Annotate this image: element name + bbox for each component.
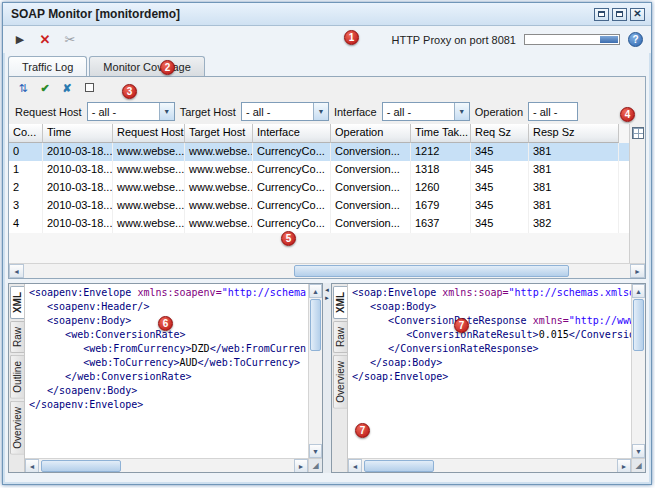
- table-row[interactable]: 02010-03-18...www.webse...www.webse...Cu…: [9, 143, 645, 161]
- table-cell[interactable]: 381: [529, 161, 619, 179]
- table-cell[interactable]: CurrencyCo...: [253, 143, 331, 161]
- column-header[interactable]: Request Host: [113, 124, 185, 143]
- table-cell[interactable]: Conversion...: [331, 161, 411, 179]
- table-cell[interactable]: 345: [471, 215, 529, 233]
- scroll-down-icon[interactable]: ▼: [632, 444, 645, 458]
- table-cell[interactable]: 2010-03-18...: [43, 179, 113, 197]
- table-cell[interactable]: 3: [9, 197, 43, 215]
- panel-tab-overview[interactable]: Overview: [333, 355, 347, 409]
- table-cell[interactable]: www.webse...: [113, 215, 185, 233]
- float-window-icon[interactable]: [594, 8, 609, 21]
- scroll-up-icon[interactable]: ▲: [309, 284, 322, 298]
- table-cell[interactable]: CurrencyCo...: [253, 179, 331, 197]
- chevron-down-icon[interactable]: ▼: [313, 103, 328, 120]
- column-header[interactable]: Time Tak...: [411, 124, 471, 143]
- table-cell[interactable]: CurrencyCo...: [253, 161, 331, 179]
- scroll-down-icon[interactable]: ▼: [309, 444, 322, 458]
- chevron-down-icon[interactable]: ▼: [159, 103, 174, 120]
- collapse-right-icon[interactable]: ►: [324, 295, 330, 301]
- panel-tab-xml[interactable]: XML: [333, 286, 347, 319]
- scissors-icon[interactable]: ✂: [61, 32, 79, 47]
- table-cell[interactable]: CurrencyCo...: [253, 197, 331, 215]
- column-chooser-icon[interactable]: [632, 127, 644, 139]
- table-cell[interactable]: www.webse...: [185, 197, 253, 215]
- table-cell[interactable]: 2010-03-18...: [43, 215, 113, 233]
- stop-capture-icon[interactable]: [81, 82, 97, 94]
- table-cell[interactable]: www.webse...: [185, 143, 253, 161]
- table-row[interactable]: 12010-03-18...www.webse...www.webse...Cu…: [9, 161, 645, 179]
- table-cell[interactable]: 2: [9, 179, 43, 197]
- select-content-icon[interactable]: ✔: [37, 82, 53, 95]
- request-host-select[interactable]: - all - ▼: [87, 102, 175, 121]
- stop-monitor-icon[interactable]: ✕: [36, 32, 54, 47]
- column-header[interactable]: Interface: [253, 124, 331, 143]
- column-header[interactable]: Target Host: [185, 124, 253, 143]
- table-cell[interactable]: www.webse...: [113, 197, 185, 215]
- scrollbar-thumb[interactable]: [41, 460, 121, 472]
- table-cell[interactable]: 1679: [411, 197, 471, 215]
- table-cell[interactable]: CurrencyCo...: [253, 215, 331, 233]
- table-cell[interactable]: www.webse...: [185, 179, 253, 197]
- table-cell[interactable]: 345: [471, 143, 529, 161]
- interface-select[interactable]: - all - ▼: [382, 102, 470, 121]
- table-cell[interactable]: 1212: [411, 143, 471, 161]
- table-cell[interactable]: 1: [9, 161, 43, 179]
- scroll-right-icon[interactable]: ►: [630, 264, 645, 278]
- tab-monitor-coverage[interactable]: Monitor Coverage: [89, 56, 204, 76]
- chevron-down-icon[interactable]: ▼: [454, 103, 469, 120]
- table-row[interactable]: 42010-03-18...www.webse...www.webse...Cu…: [9, 215, 645, 233]
- table-cell[interactable]: 0: [9, 143, 43, 161]
- help-icon[interactable]: ?: [628, 32, 643, 47]
- panel-tab-xml[interactable]: XML: [10, 286, 24, 319]
- response-horizontal-scrollbar[interactable]: ◄ ►: [348, 458, 631, 473]
- column-header[interactable]: Operation: [331, 124, 411, 143]
- panel-tab-raw[interactable]: Raw: [10, 321, 24, 353]
- column-header[interactable]: Resp Sz: [529, 124, 619, 143]
- scroll-left-icon[interactable]: ◄: [9, 264, 24, 278]
- response-xml-view[interactable]: <soap:Envelope xmlns:soap="http://schema…: [348, 284, 631, 458]
- column-header[interactable]: Time: [43, 124, 113, 143]
- column-header[interactable]: Req Sz: [471, 124, 529, 143]
- table-cell[interactable]: Conversion...: [331, 143, 411, 161]
- scrollbar-thumb[interactable]: [633, 299, 644, 351]
- table-cell[interactable]: 2010-03-18...: [43, 197, 113, 215]
- panel-tab-raw[interactable]: Raw: [333, 321, 347, 353]
- options-icon[interactable]: ⇅: [15, 82, 31, 95]
- table-cell[interactable]: 345: [471, 161, 529, 179]
- table-cell[interactable]: www.webse...: [185, 215, 253, 233]
- split-divider[interactable]: ◄ ►: [323, 283, 331, 473]
- table-cell[interactable]: 2010-03-18...: [43, 143, 113, 161]
- column-header[interactable]: Co...: [9, 124, 43, 143]
- table-cell[interactable]: 4: [9, 215, 43, 233]
- target-host-select[interactable]: - all - ▼: [241, 102, 329, 121]
- table-cell[interactable]: 381: [529, 197, 619, 215]
- table-cell[interactable]: 345: [471, 197, 529, 215]
- scrollbar-thumb[interactable]: [294, 265, 569, 277]
- response-vertical-scrollbar[interactable]: ▲ ▼: [631, 284, 645, 458]
- table-cell[interactable]: 382: [529, 215, 619, 233]
- scrollbar-thumb[interactable]: [310, 299, 321, 351]
- table-cell[interactable]: 1318: [411, 161, 471, 179]
- scroll-right-icon[interactable]: ►: [617, 459, 631, 473]
- request-vertical-scrollbar[interactable]: ▲ ▼: [308, 284, 322, 458]
- table-cell[interactable]: 1260: [411, 179, 471, 197]
- start-monitor-icon[interactable]: ▶: [11, 33, 29, 46]
- table-cell[interactable]: Conversion...: [331, 215, 411, 233]
- panel-tab-outline[interactable]: Outline: [10, 355, 24, 399]
- table-horizontal-scrollbar[interactable]: ◄ ►: [9, 263, 645, 278]
- close-window-icon[interactable]: ✕: [630, 8, 645, 21]
- table-cell[interactable]: 381: [529, 179, 619, 197]
- table-cell[interactable]: www.webse...: [185, 161, 253, 179]
- request-xml-view[interactable]: <soapenv:Envelope xmlns:soapenv="http://…: [25, 284, 308, 458]
- table-cell[interactable]: www.webse...: [113, 179, 185, 197]
- table-cell[interactable]: www.webse...: [113, 143, 185, 161]
- scrollbar-thumb[interactable]: [364, 460, 434, 472]
- scroll-up-icon[interactable]: ▲: [632, 284, 645, 298]
- tab-traffic-log[interactable]: Traffic Log: [8, 56, 87, 76]
- table-row[interactable]: 22010-03-18...www.webse...www.webse...Cu…: [9, 179, 645, 197]
- operation-select[interactable]: - all -: [528, 102, 578, 121]
- table-cell[interactable]: 1637: [411, 215, 471, 233]
- table-cell[interactable]: 345: [471, 179, 529, 197]
- maximize-window-icon[interactable]: [612, 8, 627, 21]
- scroll-right-icon[interactable]: ►: [294, 459, 308, 473]
